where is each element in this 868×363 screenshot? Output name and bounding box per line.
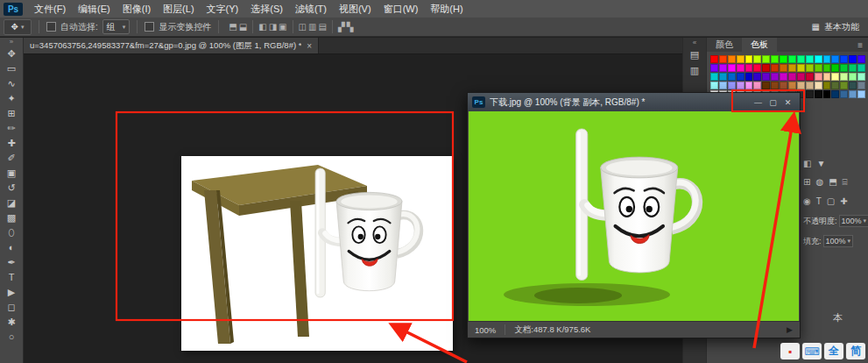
- menu-item[interactable]: 滤镜(T): [289, 0, 333, 18]
- minimize-button[interactable]: —: [751, 95, 766, 110]
- green-document-canvas[interactable]: [469, 111, 799, 321]
- color-swatch[interactable]: [815, 55, 822, 63]
- menu-item[interactable]: 帮助(H): [424, 0, 469, 18]
- path-select-tool[interactable]: ▶: [1, 285, 22, 300]
- color-swatch[interactable]: [849, 82, 857, 89]
- tab-swatches[interactable]: 色板: [742, 38, 777, 52]
- color-swatch[interactable]: [710, 82, 718, 89]
- panel-icon[interactable]: ◍: [815, 177, 823, 188]
- color-swatch[interactable]: [728, 82, 736, 89]
- color-swatch[interactable]: [771, 55, 779, 63]
- panel-strip-icon[interactable]: ▥: [686, 62, 703, 78]
- quick-select-tool[interactable]: ✦: [1, 91, 22, 106]
- align-icon[interactable]: ▚: [347, 22, 354, 32]
- document-canvas[interactable]: [181, 156, 453, 351]
- tab-color[interactable]: 颜色: [707, 38, 742, 52]
- align-icon[interactable]: ▤: [318, 22, 326, 32]
- color-swatch[interactable]: [710, 73, 718, 81]
- clone-stamp-tool[interactable]: ▣: [1, 166, 22, 181]
- align-icon[interactable]: ◫: [299, 22, 307, 32]
- color-swatch[interactable]: [797, 55, 805, 63]
- auto-select-checkbox[interactable]: [46, 22, 56, 32]
- color-swatch[interactable]: [728, 55, 736, 63]
- color-swatch[interactable]: [710, 55, 718, 63]
- show-transform-checkbox[interactable]: [145, 22, 154, 32]
- simplified-indicator[interactable]: 简: [846, 343, 865, 359]
- gradient-tool[interactable]: ▩: [1, 210, 22, 225]
- zoom-tool[interactable]: ○: [1, 330, 22, 345]
- color-swatch[interactable]: [719, 64, 727, 72]
- menu-item[interactable]: 视图(V): [333, 0, 378, 18]
- color-swatch[interactable]: [815, 90, 822, 98]
- color-swatch[interactable]: [762, 82, 770, 89]
- color-swatch[interactable]: [806, 73, 814, 81]
- color-swatch[interactable]: [823, 64, 831, 72]
- menu-item[interactable]: 图层(L): [157, 0, 200, 18]
- color-swatch[interactable]: [823, 73, 831, 81]
- panel-icon[interactable]: T: [816, 196, 822, 206]
- panel-icon[interactable]: ✚: [840, 196, 847, 206]
- color-swatch[interactable]: [762, 55, 770, 63]
- ime-tray-logo[interactable]: ▪: [780, 343, 800, 359]
- color-swatch[interactable]: [788, 64, 796, 72]
- color-swatch[interactable]: [737, 82, 745, 89]
- color-swatch[interactable]: [753, 73, 761, 81]
- current-tool-chip[interactable]: ✥ ▾: [4, 19, 32, 35]
- color-swatch[interactable]: [771, 64, 779, 72]
- color-swatch[interactable]: [849, 64, 857, 72]
- panel-icon[interactable]: ⌸: [843, 177, 848, 188]
- color-swatch[interactable]: [745, 73, 753, 81]
- color-swatch[interactable]: [840, 64, 848, 72]
- keyboard-icon[interactable]: ⌨: [802, 343, 822, 359]
- color-swatch[interactable]: [797, 82, 805, 89]
- menu-item[interactable]: 编辑(E): [72, 0, 116, 18]
- color-swatch[interactable]: [806, 90, 814, 98]
- align-icon[interactable]: ◨: [269, 22, 277, 32]
- lasso-tool[interactable]: ∿: [1, 76, 22, 91]
- shape-tool[interactable]: ◻: [1, 300, 22, 315]
- color-swatch[interactable]: [788, 55, 796, 63]
- color-swatch[interactable]: [797, 73, 805, 81]
- color-swatch[interactable]: [823, 90, 831, 98]
- eyedropper-tool[interactable]: ✏: [1, 121, 22, 136]
- color-swatch[interactable]: [823, 55, 831, 63]
- color-swatch[interactable]: [745, 82, 753, 89]
- color-swatch[interactable]: [728, 73, 736, 81]
- color-swatch[interactable]: [780, 55, 787, 63]
- collapse-toolbar-icon[interactable]: »: [10, 38, 13, 46]
- color-swatch[interactable]: [719, 73, 727, 81]
- color-swatch[interactable]: [857, 64, 865, 72]
- blur-tool[interactable]: ⬯: [1, 225, 22, 240]
- panel-icon[interactable]: ◉: [803, 196, 811, 206]
- opacity-field[interactable]: 100% ▾: [839, 215, 868, 227]
- color-swatch[interactable]: [849, 90, 857, 98]
- menu-item[interactable]: 文字(Y): [201, 0, 245, 18]
- color-swatch[interactable]: [719, 55, 727, 63]
- status-menu-arrow-icon[interactable]: ▶: [787, 325, 793, 334]
- color-swatch[interactable]: [857, 73, 865, 81]
- panel-icon[interactable]: ▼: [816, 159, 825, 168]
- color-swatch[interactable]: [788, 82, 796, 89]
- fullwidth-indicator[interactable]: 全: [824, 343, 843, 359]
- color-swatch[interactable]: [797, 64, 805, 72]
- align-icon[interactable]: ▣: [279, 22, 286, 32]
- color-swatch[interactable]: [840, 90, 848, 98]
- color-swatch[interactable]: [710, 64, 718, 72]
- color-swatch[interactable]: [719, 82, 727, 89]
- color-swatch[interactable]: [849, 73, 857, 81]
- workspace-switcher[interactable]: ▦ 基本功能: [812, 21, 859, 33]
- color-swatch[interactable]: [831, 90, 839, 98]
- fill-field[interactable]: 100% ▾: [823, 235, 854, 247]
- color-swatch[interactable]: [745, 64, 753, 72]
- color-swatch[interactable]: [806, 55, 814, 63]
- menu-item[interactable]: 选择(S): [244, 0, 289, 18]
- panel-icon[interactable]: ⬒: [829, 177, 836, 188]
- floating-document-window[interactable]: Ps 下载.jpg @ 100% (背景 副本, RGB/8#) * —▢✕ 1…: [467, 92, 801, 338]
- expand-panels-icon[interactable]: «: [693, 38, 696, 46]
- panel-menu-icon[interactable]: ≡: [852, 40, 868, 50]
- zoom-level[interactable]: 100%: [475, 325, 496, 335]
- color-swatch[interactable]: [857, 82, 865, 89]
- color-swatch[interactable]: [857, 55, 865, 63]
- panel-icon[interactable]: ◧: [803, 159, 811, 168]
- color-swatch[interactable]: [762, 64, 770, 72]
